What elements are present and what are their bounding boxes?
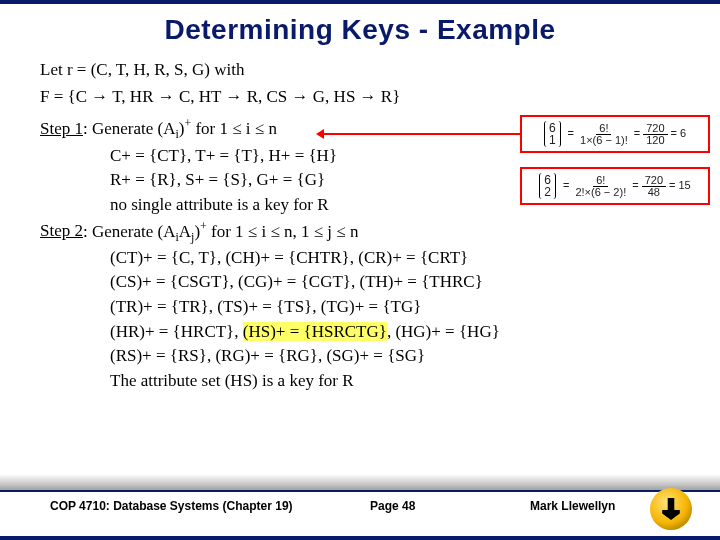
result-1: 6 (680, 126, 686, 142)
step2-line6: The attribute set (HS) is a key for R (110, 369, 680, 394)
highlighted-key: (HS)+ = {HSRCTG} (243, 322, 387, 341)
binom-1: 6 1 (544, 121, 561, 147)
ucf-logo-icon (650, 488, 692, 530)
frac-2b: 720 48 (642, 175, 666, 198)
frac-1a: 6! 1×(6 − 1)! (577, 123, 631, 146)
binom-2: 6 2 (539, 173, 556, 199)
step2-heading: Step 2: Generate (AiAj)+ for 1 ≤ i ≤ n, … (40, 218, 680, 246)
arrow-icon: → (225, 87, 242, 106)
slide-title: Determining Keys - Example (40, 14, 680, 46)
footer-page: Page 48 (370, 499, 415, 513)
arrow-icon: → (91, 87, 108, 106)
step1-block: Step 1: Generate (Ai)+ for 1 ≤ i ≤ n C+ … (40, 115, 680, 217)
step2-line3: (TR)+ = {TR}, (TS)+ = {TS}, (TG)+ = {TG} (110, 295, 680, 320)
frac-2a: 6! 2!×(6 − 2)! (572, 175, 629, 198)
arrow-icon: → (292, 87, 309, 106)
slide: Determining Keys - Example Let r = (C, T… (0, 0, 720, 540)
step2-line2: (CS)+ = {CSGT}, (CG)+ = {CGT}, (TH)+ = {… (110, 270, 680, 295)
result-2: 15 (678, 178, 690, 194)
formula-box-1: 6 1 = 6! 1×(6 − 1)! = 720 120 = 6 (520, 115, 710, 153)
step2-line4: (HR)+ = {HRCT}, (HS)+ = {HSRCTG}, (HG)+ … (110, 320, 680, 345)
footer-course: COP 4710: Database Systems (Chapter 19) (50, 499, 293, 513)
footer-author: Mark Llewellyn (530, 499, 615, 513)
arrow-icon: → (360, 87, 377, 106)
formula-box-2: 6 2 = 6! 2!×(6 − 2)! = 720 48 = 15 (520, 167, 710, 205)
callout-arrow (322, 133, 522, 135)
intro-line2: F = {C → T, HR → C, HT → R, CS → G, HS →… (40, 85, 680, 110)
intro-block: Let r = (C, T, H, R, S, G) with F = {C →… (40, 58, 680, 109)
intro-line1: Let r = (C, T, H, R, S, G) with (40, 58, 680, 83)
frac-1b: 720 120 (643, 123, 667, 146)
footer: COP 4710: Database Systems (Chapter 19) … (0, 486, 720, 526)
step2-line1: (CT)+ = {C, T}, (CH)+ = {CHTR}, (CR)+ = … (110, 246, 680, 271)
step2-block: Step 2: Generate (AiAj)+ for 1 ≤ i ≤ n, … (40, 218, 680, 394)
arrow-icon: → (158, 87, 175, 106)
content: Let r = (C, T, H, R, S, G) with F = {C →… (40, 58, 680, 394)
step2-line5: (RS)+ = {RS}, (RG)+ = {RG}, (SG)+ = {SG} (110, 344, 680, 369)
